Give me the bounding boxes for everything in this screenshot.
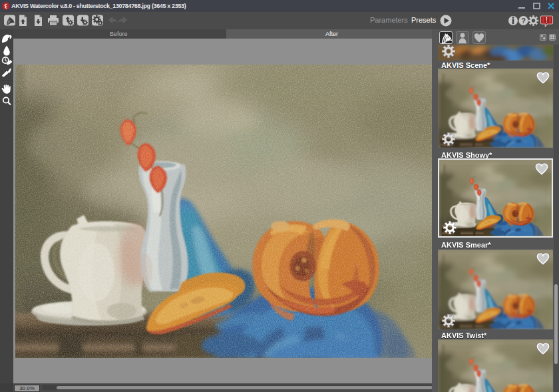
svg-text:?: ? <box>521 17 526 25</box>
